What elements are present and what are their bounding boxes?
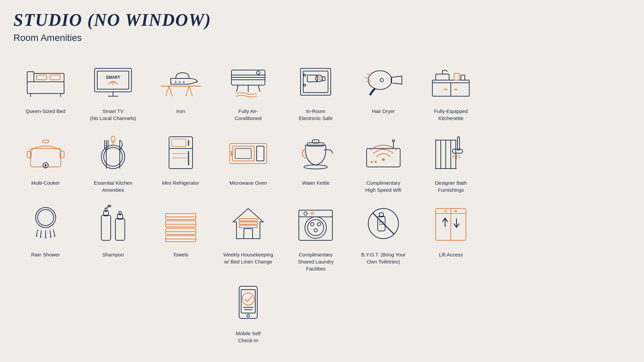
svg-point-141 (314, 229, 317, 232)
hair-dryer-label: Hair Dryer (372, 108, 395, 115)
svg-point-75 (259, 149, 261, 151)
svg-point-53 (45, 164, 47, 166)
svg-point-88 (375, 161, 377, 163)
amenity-iron: Iron (149, 57, 213, 122)
towels-label: Towels (173, 251, 189, 258)
svg-point-32 (316, 75, 322, 82)
rain-shower-label: Rain Shower (31, 251, 60, 258)
svg-line-106 (50, 230, 51, 236)
page-title: STUDIO (NO WINDOW) (13, 10, 631, 30)
svg-line-28 (258, 85, 260, 92)
byot-label: B.Y.O.T. (Bring YourOwn Toiletries) (361, 251, 406, 265)
section-subtitle: Room Amenities (13, 33, 631, 43)
svg-line-104 (41, 230, 41, 236)
amenity-multi-cooker: Multi-Cooker (13, 128, 77, 193)
shampoo-icon (86, 200, 140, 247)
svg-rect-47 (436, 74, 449, 80)
svg-rect-42 (432, 80, 469, 83)
svg-line-107 (53, 230, 55, 235)
amenity-air-conditioned: Fully Air-Conditioned (216, 57, 280, 122)
svg-rect-130 (239, 219, 257, 221)
shampoo-label: Shampoo (102, 251, 124, 258)
svg-point-77 (259, 158, 261, 160)
mobile-checkin-icon (221, 279, 275, 326)
svg-rect-117 (108, 205, 111, 207)
air-conditioned-icon (221, 57, 275, 104)
svg-rect-155 (239, 286, 257, 318)
svg-point-160 (247, 314, 250, 317)
svg-rect-1 (27, 72, 34, 82)
svg-line-40 (367, 81, 371, 82)
amenity-towels: Towels (149, 200, 213, 272)
amenities-grid: Queen-Sized Bed SMART Smart TV(No Local … (13, 57, 483, 344)
iron-icon (154, 57, 208, 104)
svg-rect-131 (239, 222, 257, 224)
amenity-shampoo: Shampoo (81, 200, 145, 272)
svg-rect-33 (322, 77, 325, 81)
kitchenette-icon (424, 57, 478, 104)
lift-icon (424, 200, 478, 247)
svg-point-111 (50, 236, 51, 238)
electronic-safe-icon (289, 57, 342, 104)
svg-point-34 (304, 74, 306, 76)
svg-point-137 (305, 217, 326, 238)
amenity-lift: Lift Access (419, 200, 483, 272)
amenity-smart-tv: SMART Smart TV(No Local Channels) (81, 57, 145, 122)
svg-point-154 (455, 210, 457, 212)
svg-point-86 (392, 140, 394, 142)
water-kettle-label: Water Kettle (302, 179, 329, 186)
queen-bed-label: Queen-Sized Bed (26, 108, 65, 115)
svg-point-36 (318, 77, 320, 80)
svg-point-25 (257, 71, 260, 74)
svg-line-100 (459, 155, 460, 159)
amenity-wifi: ComplimentaryHigh Speed Wifi (351, 128, 415, 193)
svg-rect-50 (31, 148, 61, 167)
amenity-kitchenette: Fully-EquippedKitchenette (419, 57, 483, 122)
svg-rect-118 (115, 219, 125, 240)
svg-line-17 (189, 86, 193, 96)
svg-line-98 (453, 155, 454, 159)
amenity-kitchen-amenities: Essential KitchenAmenities (81, 128, 145, 193)
electronic-safe-label: In-RoomElectronic Safe (299, 108, 333, 122)
smart-tv-label: Smart TV(No Local Channels) (90, 108, 136, 122)
svg-line-103 (37, 230, 38, 235)
kitchen-amenities-label: Essential KitchenAmenities (94, 179, 132, 193)
laundry-label: ComplimentaryShared LaundryFacilities (298, 251, 334, 272)
multi-cooker-label: Multi-Cooker (31, 179, 60, 186)
svg-rect-129 (244, 229, 253, 239)
amenity-byot: B.Y.O.T. (Bring YourOwn Toiletries) (351, 200, 415, 272)
svg-point-18 (175, 81, 176, 83)
mini-fridge-icon (154, 128, 208, 175)
mini-fridge-label: Mini Refrigerator (162, 179, 199, 186)
amenity-queen-bed: Queen-Sized Bed (13, 57, 77, 122)
multi-cooker-icon (19, 128, 72, 175)
svg-line-16 (186, 86, 189, 96)
svg-line-14 (166, 86, 169, 96)
mobile-checkin-label: Mobile SelfCheck-In (236, 330, 261, 344)
iron-label: Iron (176, 108, 185, 115)
microwave-icon (221, 128, 275, 175)
svg-point-19 (179, 81, 180, 83)
amenity-mini-fridge: Mini Refrigerator (149, 128, 213, 193)
byot-icon (357, 200, 410, 247)
svg-rect-49 (461, 75, 465, 80)
svg-point-136 (311, 212, 314, 215)
svg-rect-79 (235, 148, 251, 159)
housekeeping-icon (221, 200, 275, 247)
svg-point-35 (304, 84, 306, 86)
svg-rect-113 (101, 215, 111, 240)
amenity-hair-dryer: Hair Dryer (351, 57, 415, 122)
lift-label: Lift Access (439, 251, 463, 258)
svg-point-87 (371, 161, 373, 163)
towels-icon (154, 200, 208, 247)
hair-dryer-icon (357, 57, 410, 104)
bath-furnishings-icon (424, 128, 478, 175)
svg-point-10 (112, 83, 114, 85)
svg-point-84 (382, 158, 385, 161)
svg-point-153 (445, 210, 447, 212)
amenity-bath-furnishings: Designer BathFurnishings (419, 128, 483, 193)
svg-rect-51 (42, 140, 49, 143)
kitchenette-label: Fully-EquippedKitchenette (434, 108, 468, 122)
housekeeping-label: Weekly Housekeepingw/ Bed Linen Change (223, 251, 273, 265)
svg-point-135 (304, 212, 307, 215)
